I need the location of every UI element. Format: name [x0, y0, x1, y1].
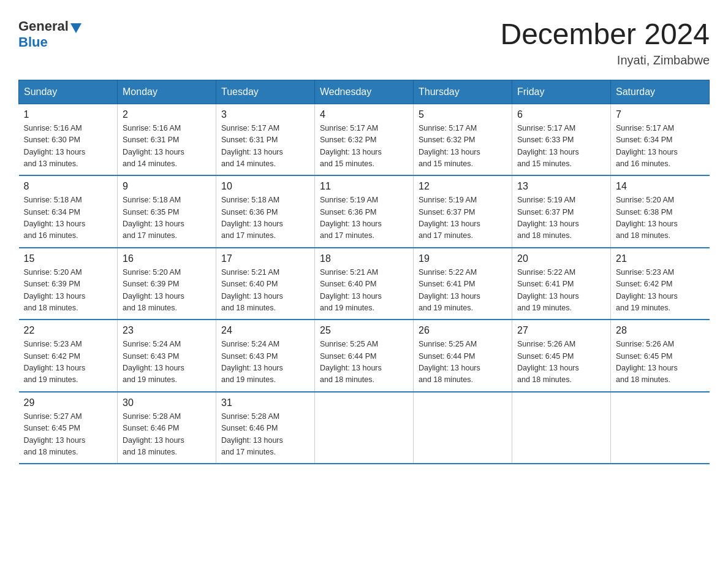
day-info: Sunrise: 5:16 AM Sunset: 6:30 PM Dayligh…	[24, 123, 113, 170]
calendar-day-cell: 21 Sunrise: 5:23 AM Sunset: 6:42 PM Dayl…	[611, 248, 710, 320]
day-info: Sunrise: 5:21 AM Sunset: 6:40 PM Dayligh…	[320, 267, 408, 315]
day-info: Sunrise: 5:26 AM Sunset: 6:45 PM Dayligh…	[517, 339, 605, 386]
calendar-day-cell: 25 Sunrise: 5:25 AM Sunset: 6:44 PM Dayl…	[315, 320, 414, 392]
day-info: Sunrise: 5:27 AM Sunset: 6:45 PM Dayligh…	[24, 411, 113, 459]
day-number: 13	[517, 181, 605, 192]
day-info: Sunrise: 5:19 AM Sunset: 6:37 PM Dayligh…	[419, 194, 507, 242]
calendar-day-cell: 10 Sunrise: 5:18 AM Sunset: 6:36 PM Dayl…	[216, 175, 315, 248]
day-number: 21	[616, 253, 705, 264]
day-number: 7	[616, 109, 705, 120]
header-wednesday: Wednesday	[315, 80, 414, 104]
calendar-day-cell: 12 Sunrise: 5:19 AM Sunset: 6:37 PM Dayl…	[414, 175, 512, 248]
header-saturday: Saturday	[611, 80, 710, 104]
calendar-day-cell: 31 Sunrise: 5:28 AM Sunset: 6:46 PM Dayl…	[216, 392, 315, 464]
calendar-day-cell	[611, 392, 710, 464]
day-number: 29	[24, 397, 113, 408]
day-info: Sunrise: 5:18 AM Sunset: 6:34 PM Dayligh…	[24, 194, 113, 242]
day-number: 22	[24, 325, 113, 336]
day-number: 31	[221, 397, 309, 408]
calendar-day-cell: 2 Sunrise: 5:16 AM Sunset: 6:31 PM Dayli…	[118, 104, 216, 175]
day-number: 23	[123, 325, 211, 336]
day-info: Sunrise: 5:18 AM Sunset: 6:36 PM Dayligh…	[221, 194, 309, 242]
header-monday: Monday	[118, 80, 216, 104]
calendar-day-cell: 22 Sunrise: 5:23 AM Sunset: 6:42 PM Dayl…	[19, 320, 118, 392]
day-info: Sunrise: 5:17 AM Sunset: 6:33 PM Dayligh…	[517, 123, 605, 170]
day-number: 5	[419, 109, 507, 120]
day-number: 3	[221, 109, 309, 120]
day-number: 18	[320, 253, 408, 264]
calendar-day-cell: 18 Sunrise: 5:21 AM Sunset: 6:40 PM Dayl…	[315, 248, 414, 320]
calendar-day-cell: 6 Sunrise: 5:17 AM Sunset: 6:33 PM Dayli…	[512, 104, 611, 175]
day-number: 10	[221, 181, 309, 192]
header-tuesday: Tuesday	[216, 80, 315, 104]
day-info: Sunrise: 5:20 AM Sunset: 6:39 PM Dayligh…	[24, 267, 113, 315]
weekday-header-row: Sunday Monday Tuesday Wednesday Thursday…	[19, 80, 710, 104]
day-number: 20	[517, 253, 605, 264]
day-info: Sunrise: 5:19 AM Sunset: 6:36 PM Dayligh…	[320, 194, 408, 242]
calendar-day-cell: 3 Sunrise: 5:17 AM Sunset: 6:31 PM Dayli…	[216, 104, 315, 175]
calendar-day-cell: 11 Sunrise: 5:19 AM Sunset: 6:36 PM Dayl…	[315, 175, 414, 248]
calendar-day-cell: 14 Sunrise: 5:20 AM Sunset: 6:38 PM Dayl…	[611, 175, 710, 248]
header-friday: Friday	[512, 80, 611, 104]
page-header: General Blue December 2024 Inyati, Zimba…	[18, 18, 710, 67]
calendar-day-cell	[512, 392, 611, 464]
calendar-week-row: 29 Sunrise: 5:27 AM Sunset: 6:45 PM Dayl…	[19, 392, 710, 464]
day-number: 14	[616, 181, 705, 192]
calendar-day-cell: 23 Sunrise: 5:24 AM Sunset: 6:43 PM Dayl…	[118, 320, 216, 392]
calendar-week-row: 8 Sunrise: 5:18 AM Sunset: 6:34 PM Dayli…	[19, 175, 710, 248]
day-number: 2	[123, 109, 211, 120]
day-info: Sunrise: 5:17 AM Sunset: 6:31 PM Dayligh…	[221, 123, 309, 170]
day-number: 16	[123, 253, 211, 264]
day-info: Sunrise: 5:25 AM Sunset: 6:44 PM Dayligh…	[320, 339, 408, 386]
day-info: Sunrise: 5:18 AM Sunset: 6:35 PM Dayligh…	[123, 194, 211, 242]
day-info: Sunrise: 5:17 AM Sunset: 6:34 PM Dayligh…	[616, 123, 705, 170]
day-number: 17	[221, 253, 309, 264]
logo-blue-text: Blue	[18, 34, 48, 50]
calendar-day-cell: 26 Sunrise: 5:25 AM Sunset: 6:44 PM Dayl…	[414, 320, 512, 392]
calendar-day-cell	[315, 392, 414, 464]
logo-arrow-icon	[70, 23, 82, 33]
calendar-day-cell: 20 Sunrise: 5:22 AM Sunset: 6:41 PM Dayl…	[512, 248, 611, 320]
day-info: Sunrise: 5:25 AM Sunset: 6:44 PM Dayligh…	[419, 339, 507, 386]
month-title: December 2024	[500, 18, 710, 51]
day-number: 6	[517, 109, 605, 120]
calendar-day-cell: 13 Sunrise: 5:19 AM Sunset: 6:37 PM Dayl…	[512, 175, 611, 248]
day-info: Sunrise: 5:22 AM Sunset: 6:41 PM Dayligh…	[419, 267, 507, 315]
calendar-table: Sunday Monday Tuesday Wednesday Thursday…	[18, 80, 710, 465]
calendar-day-cell: 16 Sunrise: 5:20 AM Sunset: 6:39 PM Dayl…	[118, 248, 216, 320]
day-number: 15	[24, 253, 113, 264]
calendar-day-cell: 17 Sunrise: 5:21 AM Sunset: 6:40 PM Dayl…	[216, 248, 315, 320]
calendar-day-cell: 7 Sunrise: 5:17 AM Sunset: 6:34 PM Dayli…	[611, 104, 710, 175]
day-info: Sunrise: 5:20 AM Sunset: 6:39 PM Dayligh…	[123, 267, 211, 315]
calendar-day-cell: 5 Sunrise: 5:17 AM Sunset: 6:32 PM Dayli…	[414, 104, 512, 175]
calendar-day-cell: 28 Sunrise: 5:26 AM Sunset: 6:45 PM Dayl…	[611, 320, 710, 392]
day-info: Sunrise: 5:21 AM Sunset: 6:40 PM Dayligh…	[221, 267, 309, 315]
day-info: Sunrise: 5:17 AM Sunset: 6:32 PM Dayligh…	[320, 123, 408, 170]
day-info: Sunrise: 5:23 AM Sunset: 6:42 PM Dayligh…	[24, 339, 113, 386]
day-number: 28	[616, 325, 705, 336]
header-sunday: Sunday	[19, 80, 118, 104]
header-thursday: Thursday	[414, 80, 512, 104]
calendar-day-cell: 30 Sunrise: 5:28 AM Sunset: 6:46 PM Dayl…	[118, 392, 216, 464]
calendar-day-cell: 4 Sunrise: 5:17 AM Sunset: 6:32 PM Dayli…	[315, 104, 414, 175]
calendar-week-row: 1 Sunrise: 5:16 AM Sunset: 6:30 PM Dayli…	[19, 104, 710, 175]
location-label: Inyati, Zimbabwe	[500, 53, 710, 67]
day-number: 30	[123, 397, 211, 408]
calendar-day-cell: 27 Sunrise: 5:26 AM Sunset: 6:45 PM Dayl…	[512, 320, 611, 392]
day-number: 1	[24, 109, 113, 120]
day-info: Sunrise: 5:16 AM Sunset: 6:31 PM Dayligh…	[123, 123, 211, 170]
day-info: Sunrise: 5:23 AM Sunset: 6:42 PM Dayligh…	[616, 267, 705, 315]
day-info: Sunrise: 5:22 AM Sunset: 6:41 PM Dayligh…	[517, 267, 605, 315]
calendar-day-cell: 8 Sunrise: 5:18 AM Sunset: 6:34 PM Dayli…	[19, 175, 118, 248]
calendar-header: Sunday Monday Tuesday Wednesday Thursday…	[19, 80, 710, 104]
day-number: 19	[419, 253, 507, 264]
calendar-day-cell: 9 Sunrise: 5:18 AM Sunset: 6:35 PM Dayli…	[118, 175, 216, 248]
calendar-body: 1 Sunrise: 5:16 AM Sunset: 6:30 PM Dayli…	[19, 104, 710, 464]
calendar-day-cell	[414, 392, 512, 464]
day-number: 24	[221, 325, 309, 336]
day-number: 9	[123, 181, 211, 192]
calendar-week-row: 15 Sunrise: 5:20 AM Sunset: 6:39 PM Dayl…	[19, 248, 710, 320]
day-number: 12	[419, 181, 507, 192]
calendar-day-cell: 1 Sunrise: 5:16 AM Sunset: 6:30 PM Dayli…	[19, 104, 118, 175]
day-number: 25	[320, 325, 408, 336]
